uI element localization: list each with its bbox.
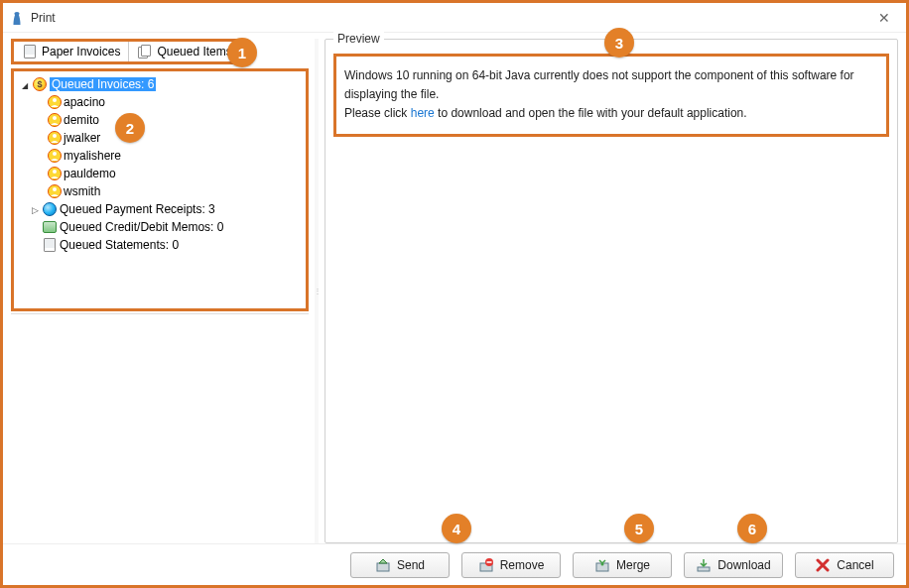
merge-button[interactable]: Merge <box>573 552 672 578</box>
svg-point-2 <box>53 98 57 102</box>
tree-box: Queued Invoices: 6 apacino demito jwalke… <box>11 68 309 311</box>
coin-icon <box>32 76 48 92</box>
user-coin-icon <box>48 184 62 198</box>
doc-icon <box>42 237 58 253</box>
btn-label: Download <box>717 558 770 572</box>
tree-label: myalishere <box>64 149 121 163</box>
cancel-button[interactable]: Cancel <box>795 552 894 578</box>
tree-label: Queued Credit/Debit Memos: 0 <box>60 220 223 234</box>
remove-button[interactable]: Remove <box>461 552 561 578</box>
titlebar: Print ✕ <box>3 3 906 33</box>
tab-label: Paper Invoices <box>42 45 120 59</box>
splitter[interactable] <box>315 39 319 543</box>
preview-line2b: to download and open the file with your … <box>438 106 747 120</box>
user-coin-icon <box>48 149 62 163</box>
tree-node-queued-credit-debit[interactable]: Queued Credit/Debit Memos: 0 <box>16 218 304 236</box>
tree-blank-area <box>11 313 309 543</box>
tree-node-user[interactable]: demito <box>16 111 304 129</box>
tree-label: pauldemo <box>64 167 116 180</box>
callout-6: 6 <box>737 514 767 543</box>
callout-3: 3 <box>604 28 634 58</box>
callout-2: 2 <box>115 113 145 143</box>
tab-queued-items[interactable]: Queued Items <box>129 42 239 61</box>
tree-node-user[interactable]: myalishere <box>16 147 304 165</box>
close-button[interactable]: ✕ <box>868 6 900 30</box>
right-panel: Preview Windows 10 running on 64-bit Jav… <box>325 39 898 543</box>
preview-fieldset: Preview Windows 10 running on 64-bit Jav… <box>325 39 898 543</box>
svg-point-10 <box>53 170 57 174</box>
tree-node-queued-invoices[interactable]: Queued Invoices: 6 <box>16 75 304 93</box>
tree-node-user[interactable]: apacino <box>16 93 304 111</box>
preview-legend: Preview <box>333 32 384 46</box>
svg-point-6 <box>53 134 57 138</box>
window-title: Print <box>31 11 868 25</box>
user-coin-icon <box>48 167 62 180</box>
memo-icon <box>42 219 58 235</box>
left-panel: Paper Invoices Queued Items Queued Invoi… <box>11 39 309 543</box>
preview-message: Windows 10 running on 64-bit Java curren… <box>333 54 889 137</box>
tree-label: Queued Payment Receipts: 3 <box>60 202 215 216</box>
preview-line2: Please click here to download and open t… <box>344 104 878 123</box>
svg-point-8 <box>53 152 57 156</box>
globe-icon <box>42 201 58 217</box>
tree-node-user[interactable]: wsmith <box>16 182 304 200</box>
tree-label: Queued Invoices: 6 <box>50 77 156 91</box>
user-coin-icon <box>48 113 62 127</box>
download-button[interactable]: Download <box>684 552 783 578</box>
callout-5: 5 <box>624 514 654 543</box>
send-icon <box>375 557 391 573</box>
tree-label: demito <box>64 113 99 127</box>
button-bar: Send Remove Merge Download Cancel <box>3 543 906 585</box>
callout-1: 1 <box>227 38 257 67</box>
preview-line1: Windows 10 running on 64-bit Java curren… <box>344 66 878 104</box>
tree-label: Queued Statements: 0 <box>60 238 179 252</box>
user-coin-icon <box>48 95 62 109</box>
callout-4: 4 <box>442 514 471 543</box>
download-icon <box>696 557 712 573</box>
svg-point-12 <box>53 187 57 191</box>
user-coin-icon <box>48 131 62 145</box>
tree-node-user[interactable]: pauldemo <box>16 165 304 182</box>
copies-icon <box>137 44 153 59</box>
tree-node-queued-statements[interactable]: Queued Statements: 0 <box>16 236 304 254</box>
remove-icon <box>478 557 494 573</box>
tree-label: jwalker <box>64 131 100 145</box>
tree-label: apacino <box>64 95 105 109</box>
twisty-icon[interactable] <box>20 79 30 90</box>
send-button[interactable]: Send <box>350 552 450 578</box>
svg-rect-16 <box>486 561 491 563</box>
doc-icon <box>22 44 38 59</box>
svg-point-18 <box>600 562 603 565</box>
btn-label: Cancel <box>837 558 873 572</box>
svg-point-0 <box>14 11 19 15</box>
btn-label: Merge <box>616 558 650 572</box>
twisty-icon[interactable] <box>30 204 40 215</box>
merge-icon <box>594 557 610 573</box>
tree-node-queued-payment-receipts[interactable]: Queued Payment Receipts: 3 <box>16 200 304 218</box>
tab-label: Queued Items <box>157 45 231 59</box>
tree-label: wsmith <box>64 184 100 198</box>
btn-label: Send <box>397 558 425 572</box>
svg-point-4 <box>53 116 57 120</box>
btn-label: Remove <box>500 558 545 572</box>
tab-paper-invoices[interactable]: Paper Invoices <box>14 42 129 61</box>
print-dialog: Print ✕ Paper Invoices Queued Items Queu… <box>0 0 909 588</box>
app-icon <box>9 10 25 26</box>
preview-line2a: Please click <box>344 106 411 120</box>
svg-rect-19 <box>698 567 710 571</box>
cancel-icon <box>815 557 831 573</box>
svg-rect-13 <box>377 563 389 571</box>
tab-row: Paper Invoices Queued Items <box>11 39 243 64</box>
tree-node-user[interactable]: jwalker <box>16 129 304 147</box>
preview-here-link[interactable]: here <box>411 106 435 120</box>
